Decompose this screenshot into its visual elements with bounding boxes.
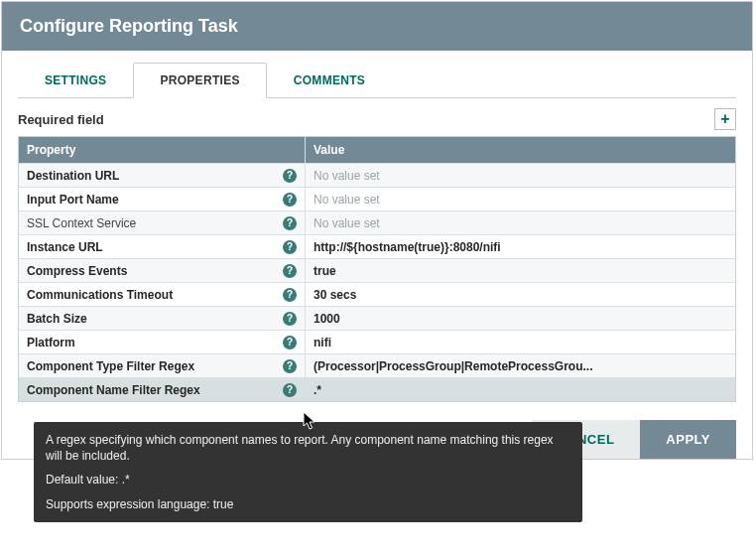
tooltip-default: Default value: .* — [46, 472, 570, 488]
property-value: (Processor|ProcessGroup|RemoteProcessGro… — [314, 359, 592, 373]
help-icon[interactable]: ? — [283, 336, 297, 349]
help-icon[interactable]: ? — [283, 383, 297, 397]
property-name: Destination URL — [27, 169, 283, 183]
help-icon[interactable]: ? — [283, 312, 297, 326]
add-property-button[interactable]: + — [714, 108, 736, 130]
header-property: Property — [19, 137, 305, 163]
apply-button[interactable]: APPLY — [640, 420, 736, 459]
help-icon[interactable]: ? — [283, 216, 297, 230]
property-value-cell[interactable]: No value set — [305, 211, 735, 234]
required-label: Required field — [18, 112, 104, 127]
property-row[interactable]: Destination URL?No value set — [19, 163, 735, 187]
property-value: 1000 — [314, 312, 340, 326]
property-value-cell[interactable]: (Processor|ProcessGroup|RemoteProcessGro… — [305, 354, 735, 377]
header-value: Value — [305, 137, 735, 163]
tooltip-description: A regex specifying which component names… — [46, 432, 570, 464]
help-icon[interactable]: ? — [283, 264, 297, 278]
property-value: No value set — [314, 193, 380, 207]
help-icon[interactable]: ? — [283, 288, 297, 302]
property-value-cell[interactable]: nifi — [305, 331, 735, 353]
property-value: true — [314, 264, 336, 278]
property-value: http://${hostname(true)}:8080/nifi — [314, 240, 501, 254]
plus-icon: + — [720, 110, 729, 128]
property-value-cell[interactable]: true — [305, 259, 735, 282]
property-row[interactable]: Instance URL?http://${hostname(true)}:80… — [19, 234, 735, 258]
help-tooltip: A regex specifying which component names… — [34, 422, 582, 522]
property-name: Instance URL — [27, 240, 283, 254]
property-name: Platform — [27, 336, 283, 349]
property-value-cell[interactable]: 30 secs — [305, 283, 735, 306]
property-value-cell[interactable]: .* — [305, 378, 735, 401]
property-value: .* — [314, 383, 321, 397]
tooltip-el: Supports expression language: true — [46, 496, 570, 512]
property-name: Component Type Filter Regex — [27, 359, 283, 373]
help-icon[interactable]: ? — [283, 359, 297, 373]
property-row[interactable]: Compress Events?true — [19, 258, 735, 282]
property-name: Batch Size — [27, 312, 283, 326]
help-icon[interactable]: ? — [283, 169, 297, 183]
property-name: Compress Events — [27, 264, 283, 278]
property-row[interactable]: Batch Size?1000 — [19, 306, 735, 330]
property-row[interactable]: Component Name Filter Regex?.* — [19, 377, 735, 401]
property-value-cell[interactable]: No value set — [305, 188, 735, 210]
tab-settings[interactable]: SETTINGS — [18, 63, 133, 97]
property-row[interactable]: Platform?nifi — [19, 330, 735, 353]
configure-dialog: Configure Reporting Task SETTINGS PROPER… — [1, 1, 753, 460]
property-value: nifi — [314, 336, 331, 349]
property-name: Input Port Name — [27, 193, 283, 207]
property-row[interactable]: Component Type Filter Regex?(Processor|P… — [19, 353, 735, 377]
property-row[interactable]: SSL Context Service?No value set — [19, 210, 735, 234]
tab-properties[interactable]: PROPERTIES — [133, 63, 266, 98]
dialog-content: SETTINGS PROPERTIES COMMENTS Required fi… — [2, 51, 752, 459]
help-icon[interactable]: ? — [283, 193, 297, 207]
required-row: Required field + — [18, 108, 736, 130]
property-value: 30 secs — [314, 288, 356, 302]
property-value-cell[interactable]: http://${hostname(true)}:8080/nifi — [305, 235, 735, 258]
grid-body: Destination URL?No value setInput Port N… — [19, 163, 735, 401]
grid-header: Property Value — [19, 137, 735, 163]
properties-grid: Property Value Destination URL?No value … — [18, 136, 736, 402]
property-value: No value set — [314, 216, 380, 230]
property-row[interactable]: Communications Timeout?30 secs — [19, 282, 735, 306]
tab-bar: SETTINGS PROPERTIES COMMENTS — [18, 63, 736, 98]
tab-comments[interactable]: COMMENTS — [267, 63, 392, 97]
property-value-cell[interactable]: 1000 — [305, 307, 735, 330]
property-name: Communications Timeout — [27, 288, 283, 302]
property-name: SSL Context Service — [27, 216, 283, 230]
help-icon[interactable]: ? — [283, 240, 297, 254]
property-name: Component Name Filter Regex — [27, 383, 283, 397]
property-value: No value set — [314, 169, 380, 183]
property-value-cell[interactable]: No value set — [305, 164, 735, 187]
dialog-title: Configure Reporting Task — [2, 2, 752, 51]
property-row[interactable]: Input Port Name?No value set — [19, 187, 735, 210]
